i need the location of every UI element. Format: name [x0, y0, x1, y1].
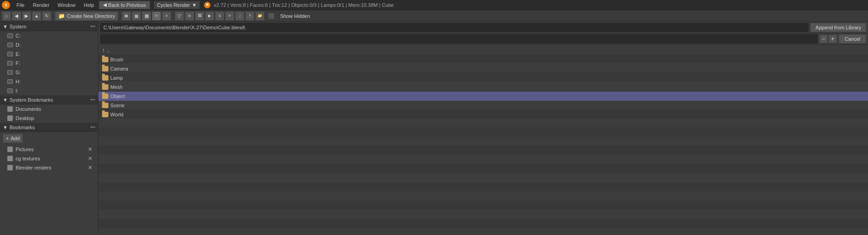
remove-cg-textures-button[interactable]: ✕	[88, 155, 94, 162]
filter-img-button[interactable]: 🖼	[195, 11, 204, 21]
nav-forward-button[interactable]: ▶	[22, 11, 31, 21]
documents-icon	[7, 106, 13, 112]
file-row-brush[interactable]: Brush	[98, 55, 868, 64]
menu-file[interactable]: File	[13, 1, 28, 9]
search-input[interactable]	[100, 34, 818, 44]
svg-point-1	[5, 4, 7, 5]
bookmark-cg-textures[interactable]: cg textures ✕	[0, 154, 98, 163]
view-list-button[interactable]: ≡	[162, 11, 171, 21]
render-engine-dropdown[interactable]: Cycles Render ▼	[154, 1, 200, 9]
cg-textures-label: cg textures	[16, 156, 40, 161]
drive-c[interactable]: C:	[0, 31, 98, 40]
drive-e-icon	[7, 52, 13, 56]
bookmark-blender-renders[interactable]: Blender renders ✕	[0, 163, 98, 172]
file-name-lamp: Lamp	[110, 75, 123, 81]
file-row-scene[interactable]: Scene	[98, 101, 868, 110]
bookmark-pictures[interactable]: Pictures ✕	[0, 145, 98, 154]
menu-window[interactable]: Window	[54, 1, 79, 9]
file-row-camera[interactable]: Camera	[98, 64, 868, 73]
show-hidden-toggle[interactable]	[268, 13, 275, 19]
system-chevron-icon: ▼	[3, 24, 8, 29]
drive-g[interactable]: G:	[0, 68, 98, 77]
drive-i-label: I:	[16, 88, 18, 93]
view-large-button[interactable]: ≡	[152, 11, 161, 21]
parent-directory[interactable]: ↑ ..	[98, 46, 868, 55]
zoom-out-button[interactable]: −	[819, 35, 828, 43]
system-bookmarks-section-header[interactable]: ▼ System Bookmarks •••	[0, 95, 98, 104]
filter-sound-button[interactable]: ♪	[235, 11, 244, 21]
plus-icon: +	[6, 136, 9, 141]
drive-i-icon	[7, 88, 13, 93]
desktop-icon	[7, 115, 13, 121]
drive-h[interactable]: H:	[0, 77, 98, 86]
view-tiny-button[interactable]: ▦	[122, 11, 131, 21]
file-row-object[interactable]: Object	[98, 92, 868, 101]
filter-button[interactable]: ▽	[175, 11, 184, 21]
filter-text-button[interactable]: T	[245, 11, 254, 21]
system-section-menu-icon[interactable]: •••	[90, 24, 95, 29]
drive-f-label: F:	[16, 60, 20, 66]
folder-plus-icon: 📁	[58, 13, 65, 19]
nav-up-button[interactable]: ▲	[32, 11, 41, 21]
drives-list: C: D: E: F: G: H:	[0, 31, 98, 95]
filter-script-button[interactable]: S	[215, 11, 224, 21]
menu-help[interactable]: Help	[80, 1, 98, 9]
svg-point-4	[206, 3, 209, 5]
user-bookmarks-menu-icon[interactable]: •••	[90, 125, 95, 130]
add-bookmark-button[interactable]: + Add	[3, 134, 23, 143]
drive-e[interactable]: E:	[0, 49, 98, 59]
system-bookmarks-menu-icon[interactable]: •••	[90, 97, 95, 102]
folder-mesh-icon	[102, 84, 108, 90]
zoom-in-button[interactable]: +	[829, 35, 837, 43]
filter-movie-button[interactable]: ▶	[205, 11, 214, 21]
view-medium-button[interactable]: ▦	[142, 11, 151, 21]
drive-g-label: G:	[16, 70, 21, 75]
filter-folder-button[interactable]: 📁	[255, 11, 264, 21]
file-name-mesh: Mesh	[110, 84, 123, 90]
system-bookmarks-list: Documents Desktop	[0, 104, 98, 123]
desktop-label: Desktop	[16, 115, 34, 121]
cancel-button[interactable]: Cancel	[839, 34, 866, 44]
bookmark-documents[interactable]: Documents	[0, 104, 98, 114]
view-small-button[interactable]: ▦	[132, 11, 141, 21]
file-name-world: World	[110, 112, 124, 117]
filter-blend-button[interactable]: B	[185, 11, 194, 21]
folder-camera-icon	[102, 66, 108, 71]
file-row-world[interactable]: World	[98, 110, 868, 119]
nav-home-button[interactable]: ⌂	[2, 11, 11, 21]
file-browser-content: ↑ .. Brush Camera Lamp	[98, 45, 868, 235]
remove-blender-renders-button[interactable]: ✕	[88, 164, 94, 171]
system-bookmarks-chevron-icon: ▼	[3, 97, 8, 103]
create-directory-label: Create New Directory	[67, 13, 115, 19]
search-bar: − + Cancel	[98, 33, 868, 45]
user-bookmarks-title: Bookmarks	[10, 125, 35, 130]
blender-renders-label: Blender renders	[16, 165, 51, 170]
user-bookmarks-list: Pictures ✕ cg textures ✕ Blender renders…	[0, 145, 98, 172]
remove-pictures-button[interactable]: ✕	[88, 146, 94, 153]
user-bookmarks-section-header[interactable]: ▼ Bookmarks •••	[0, 123, 98, 132]
file-row-mesh[interactable]: Mesh	[98, 82, 868, 92]
back-button[interactable]: ◀ Back to Previous	[99, 1, 151, 9]
menu-render[interactable]: Render	[29, 1, 53, 9]
bookmark-desktop[interactable]: Desktop	[0, 114, 98, 123]
drive-f[interactable]: F:	[0, 59, 98, 68]
drive-c-label: C:	[16, 33, 21, 38]
file-name-object: Object	[110, 93, 125, 99]
drive-h-label: H:	[16, 79, 21, 84]
cg-textures-icon	[7, 156, 13, 161]
append-from-library-button[interactable]: Append from Library	[810, 23, 866, 32]
file-row-lamp[interactable]: Lamp	[98, 73, 868, 82]
nav-refresh-button[interactable]: ↻	[42, 11, 51, 21]
path-input[interactable]	[100, 23, 809, 32]
system-section-header[interactable]: ▼ System •••	[0, 22, 98, 31]
drive-c-icon	[7, 33, 13, 38]
drive-d[interactable]: D:	[0, 40, 98, 49]
folder-brush-icon	[102, 57, 108, 62]
chevron-down-icon: ▼	[192, 2, 197, 8]
drive-i[interactable]: I:	[0, 86, 98, 95]
filter-font-button[interactable]: F	[225, 11, 234, 21]
svg-rect-2	[5, 6, 7, 6]
create-directory-button[interactable]: 📁 Create New Directory	[55, 11, 118, 21]
file-name-brush: Brush	[110, 57, 124, 62]
nav-back-button[interactable]: ◀	[12, 11, 21, 21]
